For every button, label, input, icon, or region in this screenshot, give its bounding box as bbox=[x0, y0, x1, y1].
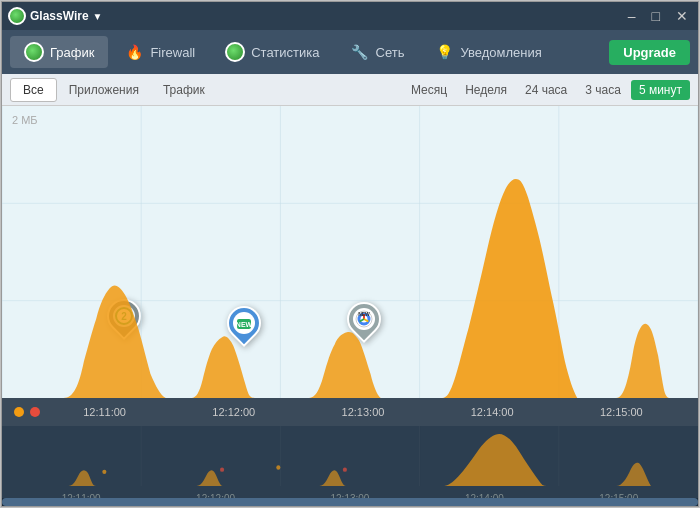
mini-chart: 12:11:00 12:12:00 12:13:00 12:14:00 12:1… bbox=[2, 426, 698, 506]
timeline-dots bbox=[14, 407, 40, 417]
maximize-button[interactable]: □ bbox=[648, 9, 664, 23]
subtab-all[interactable]: Все bbox=[10, 78, 57, 102]
filter-month[interactable]: Месяц bbox=[403, 80, 455, 100]
alerts-icon: 💡 bbox=[434, 42, 454, 62]
upgrade-button[interactable]: Upgrade bbox=[609, 40, 690, 65]
time-label-0: 12:11:00 bbox=[83, 406, 126, 418]
stats-icon bbox=[225, 42, 245, 62]
chart-svg bbox=[2, 106, 698, 398]
svg-point-26 bbox=[276, 465, 280, 469]
title-bar-controls: – □ ✕ bbox=[624, 9, 692, 23]
filter-week[interactable]: Неделя bbox=[457, 80, 515, 100]
title-bar-left: GlassWire ▼ bbox=[8, 7, 103, 25]
tab-firewall-label: Firewall bbox=[150, 45, 195, 60]
subtab-traffic[interactable]: Трафик bbox=[151, 79, 217, 101]
graph-icon bbox=[24, 42, 44, 62]
timeline-bar: 12:11:00 12:12:00 12:13:00 12:14:00 12:1… bbox=[2, 398, 698, 426]
main-chart: 2 МБ 2 bbox=[2, 106, 698, 398]
filter-24h[interactable]: 24 часа bbox=[517, 80, 575, 100]
tab-network[interactable]: 🔧 Сеть bbox=[336, 36, 419, 68]
title-bar: GlassWire ▼ – □ ✕ bbox=[2, 2, 698, 30]
title-dropdown-icon[interactable]: ▼ bbox=[93, 11, 103, 22]
filter-5min[interactable]: 5 минут bbox=[631, 80, 690, 100]
close-button[interactable]: ✕ bbox=[672, 9, 692, 23]
app-title: GlassWire bbox=[30, 9, 89, 23]
dot-red bbox=[30, 407, 40, 417]
tab-alerts[interactable]: 💡 Уведомления bbox=[420, 36, 555, 68]
time-label-1: 12:12:00 bbox=[212, 406, 255, 418]
tab-network-label: Сеть bbox=[376, 45, 405, 60]
sub-bar: Все Приложения Трафик Месяц Неделя 24 ча… bbox=[2, 74, 698, 106]
scrollbar-thumb[interactable] bbox=[2, 498, 698, 506]
subtab-apps[interactable]: Приложения bbox=[57, 79, 151, 101]
filter-3h[interactable]: 3 часа bbox=[577, 80, 629, 100]
app-logo bbox=[8, 7, 26, 25]
firewall-icon: 🔥 bbox=[124, 42, 144, 62]
mini-chart-svg bbox=[2, 426, 698, 486]
scrollbar-track[interactable] bbox=[2, 498, 698, 506]
time-label-3: 12:14:00 bbox=[471, 406, 514, 418]
main-window: GlassWire ▼ – □ ✕ График 🔥 Firewall Стат… bbox=[1, 1, 699, 507]
svg-point-27 bbox=[343, 467, 347, 471]
tab-graph-label: График bbox=[50, 45, 94, 60]
time-filters: Месяц Неделя 24 часа 3 часа 5 минут bbox=[403, 80, 690, 100]
time-label-4: 12:15:00 bbox=[600, 406, 643, 418]
tab-firewall[interactable]: 🔥 Firewall bbox=[110, 36, 209, 68]
time-label-2: 12:13:00 bbox=[342, 406, 385, 418]
nav-bar: График 🔥 Firewall Статистика 🔧 Сеть 💡 Ув… bbox=[2, 30, 698, 74]
time-labels-row: 12:11:00 12:12:00 12:13:00 12:14:00 12:1… bbox=[40, 406, 686, 418]
svg-point-25 bbox=[220, 467, 224, 471]
tab-graph[interactable]: График bbox=[10, 36, 108, 68]
tab-stats[interactable]: Статистика bbox=[211, 36, 333, 68]
svg-point-24 bbox=[102, 470, 106, 474]
tab-stats-label: Статистика bbox=[251, 45, 319, 60]
minimize-button[interactable]: – bbox=[624, 9, 640, 23]
tab-alerts-label: Уведомления bbox=[460, 45, 541, 60]
svg-rect-19 bbox=[2, 426, 698, 486]
dot-orange bbox=[14, 407, 24, 417]
network-icon: 🔧 bbox=[350, 42, 370, 62]
